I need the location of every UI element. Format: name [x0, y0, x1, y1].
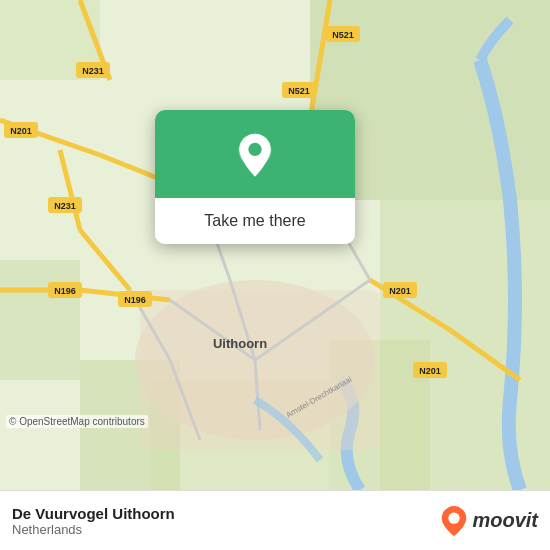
- place-info: De Vuurvogel Uithoorn Netherlands: [12, 505, 175, 537]
- svg-text:N231: N231: [54, 201, 76, 211]
- svg-text:N201: N201: [419, 366, 441, 376]
- place-country: Netherlands: [12, 522, 175, 537]
- svg-text:N196: N196: [54, 286, 76, 296]
- svg-point-53: [248, 143, 261, 156]
- popup-top: [155, 110, 355, 198]
- svg-text:N196: N196: [124, 295, 146, 305]
- popup-card: Take me there: [155, 110, 355, 244]
- bottom-bar: De Vuurvogel Uithoorn Netherlands moovit: [0, 490, 550, 550]
- svg-text:Uithoorn: Uithoorn: [213, 336, 267, 351]
- svg-text:N521: N521: [288, 86, 310, 96]
- moovit-pin-icon: [440, 505, 468, 537]
- moovit-text: moovit: [472, 509, 538, 532]
- map-container: N521 N521 N231 N231 N201 N201 N201 N201 …: [0, 0, 550, 490]
- svg-text:N201: N201: [389, 286, 411, 296]
- take-me-there-button[interactable]: Take me there: [155, 198, 355, 244]
- place-name: De Vuurvogel Uithoorn: [12, 505, 175, 522]
- svg-text:N201: N201: [10, 126, 32, 136]
- svg-text:N231: N231: [82, 66, 104, 76]
- moovit-logo: moovit: [440, 505, 538, 537]
- osm-credit: © OpenStreetMap contributors: [6, 415, 148, 428]
- svg-rect-4: [0, 260, 80, 380]
- svg-point-54: [449, 512, 460, 523]
- svg-text:N521: N521: [332, 30, 354, 40]
- location-pin-icon: [231, 132, 279, 180]
